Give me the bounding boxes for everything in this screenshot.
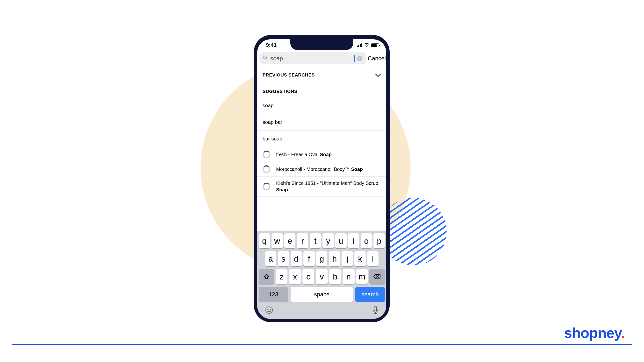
product-suggestion[interactable]: fresh - Freesia Oval Soap — [257, 147, 386, 162]
key-u[interactable]: u — [335, 233, 347, 248]
key-o[interactable]: o — [361, 233, 372, 248]
key-n[interactable]: n — [342, 269, 354, 284]
text-caret — [354, 55, 354, 62]
suggestion-item[interactable]: bar soap — [257, 131, 386, 147]
key-q[interactable]: q — [259, 233, 270, 248]
svg-point-3 — [268, 309, 268, 310]
brand-logo: shopney. — [557, 325, 625, 341]
search-bar: ✕ Cancel — [257, 51, 386, 67]
svg-rect-5 — [374, 306, 376, 311]
chevron-down-icon — [375, 72, 381, 78]
key-s[interactable]: s — [278, 251, 289, 266]
mic-icon[interactable] — [372, 306, 378, 316]
key-v[interactable]: v — [316, 269, 328, 284]
suggestions-list: soap soap bar bar soap fresh - Freesia O… — [257, 97, 386, 197]
phone-notch — [290, 39, 353, 50]
key-g[interactable]: g — [316, 251, 328, 266]
svg-point-0 — [264, 56, 266, 59]
key-h[interactable]: h — [329, 251, 340, 266]
key-p[interactable]: p — [374, 233, 385, 248]
svg-point-2 — [266, 307, 272, 314]
loading-icon — [262, 165, 270, 173]
signal-icon — [357, 43, 362, 47]
key-l[interactable]: l — [367, 251, 378, 266]
key-j[interactable]: j — [342, 251, 353, 266]
suggestions-header: SUGGESTIONS — [257, 82, 386, 97]
footer-divider — [12, 344, 632, 345]
key-d[interactable]: d — [290, 251, 302, 266]
backspace-key[interactable] — [369, 269, 385, 284]
product-label: Moroccanoil - Moroccanoil Body™ Soap — [276, 166, 363, 173]
loading-icon — [262, 151, 270, 158]
clear-icon[interactable]: ✕ — [357, 56, 362, 61]
key-e[interactable]: e — [284, 233, 296, 248]
key-z[interactable]: z — [276, 269, 288, 284]
key-k[interactable]: k — [354, 251, 366, 266]
search-box[interactable]: ✕ — [260, 52, 366, 64]
product-label: Kiehl's Since 1851 - "Ultimate Man" Body… — [276, 180, 381, 193]
numeric-key[interactable]: 123 — [259, 287, 288, 302]
product-suggestion[interactable]: Moroccanoil - Moroccanoil Body™ Soap — [257, 162, 386, 177]
product-suggestion[interactable]: Kiehl's Since 1851 - "Ultimate Man" Body… — [257, 177, 386, 197]
battery-icon — [371, 43, 379, 47]
loading-icon — [262, 183, 270, 190]
key-m[interactable]: m — [356, 269, 368, 284]
search-key[interactable]: search — [355, 287, 385, 302]
product-label: fresh - Freesia Oval Soap — [276, 151, 332, 158]
key-x[interactable]: x — [289, 269, 301, 284]
svg-line-1 — [266, 59, 268, 60]
previous-searches-label: PREVIOUS SEARCHES — [262, 72, 315, 78]
key-b[interactable]: b — [329, 269, 341, 284]
status-time: 9:41 — [266, 42, 276, 48]
key-a[interactable]: a — [265, 251, 276, 266]
suggestion-item[interactable]: soap bar — [257, 114, 386, 131]
previous-searches-header[interactable]: PREVIOUS SEARCHES — [257, 67, 386, 82]
search-input[interactable] — [270, 55, 354, 62]
search-icon — [263, 55, 268, 61]
svg-point-4 — [270, 309, 271, 310]
key-c[interactable]: c — [302, 269, 314, 284]
key-w[interactable]: w — [272, 233, 283, 248]
key-i[interactable]: i — [348, 233, 360, 248]
key-t[interactable]: t — [310, 233, 321, 248]
wifi-icon — [364, 42, 369, 48]
cancel-button[interactable]: Cancel — [368, 55, 386, 62]
phone-frame: 9:41 ✕ — [254, 35, 390, 322]
suggestion-item[interactable]: soap — [257, 97, 386, 114]
keyboard: q w e r t y u i o p a s d f g h — [257, 231, 386, 319]
shift-key[interactable] — [259, 269, 274, 284]
space-key[interactable]: space — [290, 287, 353, 302]
key-f[interactable]: f — [304, 251, 315, 266]
phone-screen: 9:41 ✕ — [257, 39, 386, 319]
key-y[interactable]: y — [322, 233, 334, 248]
emoji-icon[interactable] — [265, 306, 273, 315]
key-r[interactable]: r — [297, 233, 308, 248]
